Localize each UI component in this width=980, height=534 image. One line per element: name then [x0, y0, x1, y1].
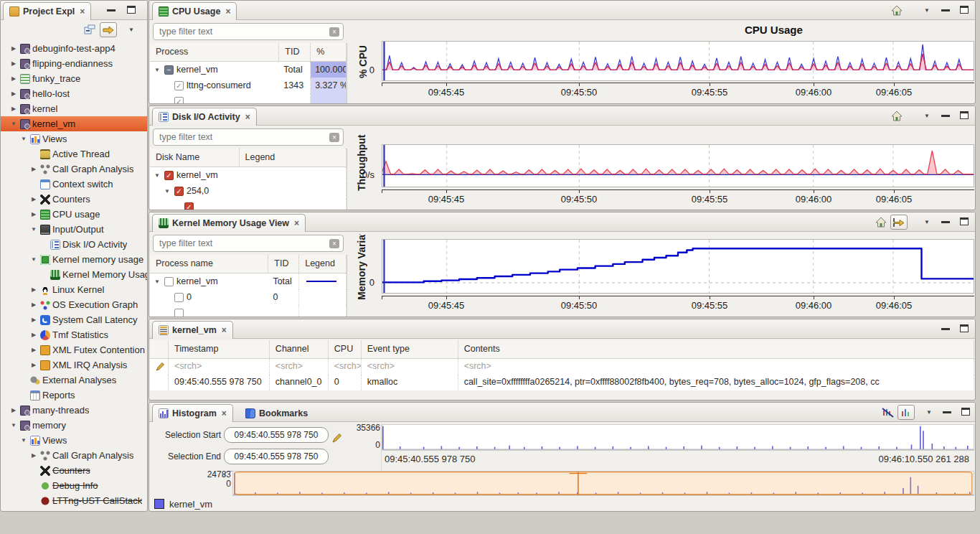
tree-item-funky-trace[interactable]: ▶funky_trace [1, 71, 147, 86]
tree-item-counters[interactable]: ▶Counters [1, 192, 147, 207]
table-row[interactable]: ▼−kernel_vmTotal100.000 [150, 62, 347, 78]
table-row[interactable]: ▼kernel_vmTotal [150, 273, 347, 289]
minimize-icon[interactable] [107, 6, 116, 11]
close-icon[interactable]: × [222, 408, 227, 418]
tree-item-context-switch[interactable]: Context switch [1, 177, 147, 192]
checkbox[interactable]: ✓ [184, 202, 194, 210]
tree-item-input-output[interactable]: ▼Input/Output [1, 222, 147, 237]
maximize-icon[interactable] [960, 217, 969, 225]
expander-icon[interactable]: ▶ [9, 60, 18, 67]
close-icon[interactable]: × [294, 218, 299, 228]
expander-icon[interactable]: ▼ [163, 188, 171, 195]
tree-item-reports[interactable]: Reports [1, 388, 147, 403]
tree-item-os-execution-graph[interactable]: ▶OS Execution Graph [1, 297, 147, 312]
column-header-cpu[interactable]: CPU [329, 340, 362, 358]
tab-disk-io[interactable]: Disk I/O Activity × [152, 108, 257, 126]
tree-item-kernel-memory-usage[interactable]: ▼Kernel memory usage [1, 252, 147, 267]
tree-item-lttng-ust-callstack[interactable]: LTTng-UST CallStack [1, 493, 147, 508]
tab-kernel-memory[interactable]: Kernel Memory Usage View × [152, 214, 306, 232]
selection-end-input[interactable]: 09:45:40.555 978 750 [224, 449, 329, 464]
tree-item-debug-info[interactable]: Debug Info [1, 478, 147, 493]
expander-icon[interactable]: ▶ [9, 90, 18, 97]
checkbox[interactable]: − [164, 65, 174, 75]
maximize-icon[interactable] [960, 6, 969, 14]
table-row[interactable]: ✓ [150, 93, 347, 103]
events-search-row[interactable]: <srch><srch><srch><srch><srch> [150, 359, 974, 375]
tab-events-kernel-vm[interactable]: kernel_vm × [152, 321, 233, 339]
table-row[interactable]: 00 [150, 289, 347, 305]
minimize-icon[interactable] [941, 6, 950, 11]
tree-item-many-threads[interactable]: ▶many-threads [1, 403, 147, 418]
expander-icon[interactable]: ▼ [153, 67, 161, 73]
link-with-editor-icon[interactable] [100, 22, 117, 37]
expander-icon[interactable]: ▶ [9, 75, 18, 82]
expander-icon[interactable]: ▶ [29, 332, 38, 338]
expander-icon[interactable]: ▼ [29, 226, 38, 233]
kernel-memory-chart[interactable] [382, 239, 974, 294]
maximize-icon[interactable] [961, 408, 970, 416]
cpu-usage-chart[interactable] [382, 41, 974, 81]
view-menu-icon[interactable]: ▼ [924, 7, 930, 14]
tree-item-cpu-usage[interactable]: ▶CPU usage [1, 207, 147, 222]
minimize-icon[interactable] [941, 324, 950, 330]
clear-filter-icon[interactable]: × [329, 133, 339, 142]
column-header-event-type[interactable]: Event type [362, 340, 458, 358]
expander-icon[interactable]: ▶ [29, 211, 38, 217]
expander-icon[interactable]: ▼ [153, 278, 161, 285]
activate-coloring-icon[interactable] [897, 405, 915, 420]
align-views-icon[interactable] [890, 215, 908, 230]
collapse-all-icon[interactable] [81, 22, 98, 37]
tree-item-external-analyses[interactable]: External Analyses [1, 373, 147, 388]
expander-icon[interactable]: ▶ [29, 196, 38, 202]
tree-item-active-thread[interactable]: Active Thread [1, 146, 147, 161]
tab-project-explorer[interactable]: Project Expl × [3, 2, 91, 20]
table-row[interactable] [150, 305, 347, 317]
search-cell[interactable]: <srch> [362, 359, 458, 375]
close-icon[interactable]: × [80, 6, 85, 17]
expander-icon[interactable]: ▶ [29, 452, 38, 459]
expander-icon[interactable]: ▶ [9, 106, 18, 112]
tree-item-kernel-memory-usage-view[interactable]: Kernel Memory Usage View [1, 267, 147, 282]
search-cell[interactable]: <srch> [169, 359, 270, 375]
close-icon[interactable]: × [225, 6, 230, 17]
tree-item-kernel-vm[interactable]: ▼kernel_vm [1, 116, 147, 131]
disk-filter-input[interactable] [158, 131, 323, 144]
table-row[interactable]: ✓ [150, 199, 347, 210]
tree-item-system-call-latency[interactable]: ▶System Call Latency [1, 312, 147, 327]
search-cell[interactable]: <srch> [458, 359, 974, 375]
expander-icon[interactable]: ▶ [9, 45, 18, 52]
reset-zoom-home-icon[interactable] [872, 215, 890, 230]
expander-icon[interactable]: ▶ [9, 407, 18, 413]
search-cell[interactable]: <srch> [329, 359, 362, 375]
column-header-item[interactable]: % [311, 43, 347, 61]
checkbox[interactable]: ✓ [164, 171, 174, 180]
column-header-process-name[interactable]: Process name [150, 255, 268, 273]
tree-item-kernel[interactable]: ▶kernel [1, 101, 147, 116]
hide-lost-events-icon[interactable] [880, 405, 897, 420]
expander-icon[interactable]: ▼ [19, 437, 28, 444]
column-header-legend[interactable]: Legend [299, 255, 347, 273]
checkbox[interactable]: ✓ [174, 81, 184, 90]
tree-item-disk-i-o-activity[interactable]: Disk I/O Activity [1, 237, 147, 252]
checkbox[interactable]: ✓ [174, 187, 184, 196]
column-header-timestamp[interactable]: Timestamp [169, 340, 270, 358]
tab-histogram[interactable]: Histogram × [152, 404, 233, 422]
tree-item-call-graph-analysis[interactable]: ▶Call Graph Analysis [1, 448, 147, 463]
view-menu-icon[interactable]: ▼ [926, 409, 932, 416]
expander-icon[interactable]: ▶ [29, 317, 38, 323]
tree-item-tmf-statistics[interactable]: ▶Tmf Statistics [1, 327, 147, 342]
tree-item-views[interactable]: ▼Views [1, 433, 147, 448]
disk-io-chart[interactable] [382, 144, 974, 187]
tree-item-debuginfo-test-app4[interactable]: ▶debuginfo-test-app4 [1, 41, 147, 56]
maximize-icon[interactable] [127, 6, 136, 14]
checkbox[interactable] [174, 293, 184, 302]
expander-icon[interactable]: ▶ [29, 301, 38, 308]
tab-cpu-usage[interactable]: CPU Usage × [152, 2, 237, 20]
minimize-icon[interactable] [941, 217, 950, 223]
column-header-process[interactable]: Process [150, 43, 279, 61]
view-menu-icon[interactable]: ▼ [924, 219, 930, 225]
minimize-icon[interactable] [943, 408, 951, 413]
column-header-item[interactable] [150, 340, 169, 358]
selection-start-input[interactable]: 09:45:40.555 978 750 [224, 427, 329, 443]
search-cell[interactable]: <srch> [270, 359, 329, 375]
